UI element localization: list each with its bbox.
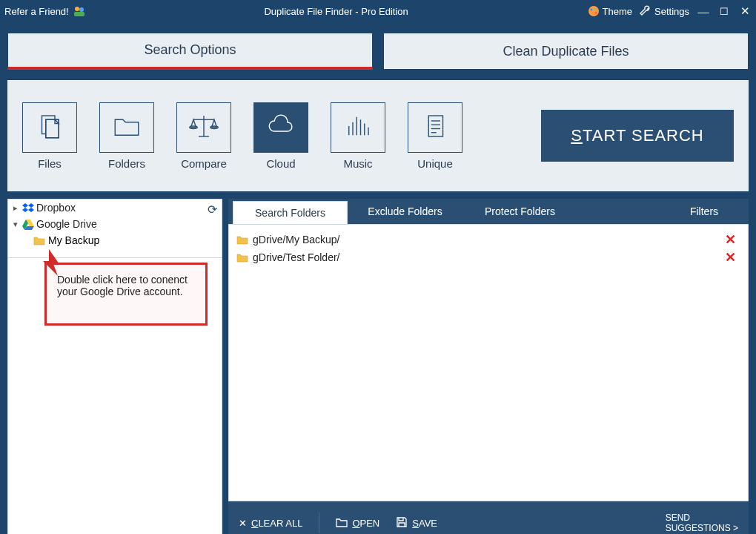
settings-label: Settings (654, 6, 689, 17)
svg-point-3 (588, 6, 599, 16)
folder-item[interactable]: gDrive/My Backup/ ✕ (236, 231, 740, 248)
minimize-button[interactable]: — (697, 5, 710, 18)
save-icon (396, 516, 408, 530)
tool-cloud-label: Cloud (266, 157, 295, 170)
svg-rect-21 (428, 116, 442, 136)
collapse-icon: ▾ (11, 220, 20, 229)
tree-item-label: Google Drive (36, 218, 97, 230)
palette-icon (588, 5, 600, 17)
theme-button[interactable]: Theme (588, 5, 632, 17)
svg-point-4 (590, 9, 592, 11)
tool-music[interactable]: Music (331, 102, 385, 170)
settings-button[interactable]: Settings (640, 5, 689, 17)
theme-label: Theme (603, 6, 632, 17)
equalizer-icon (342, 111, 374, 145)
subtab-filters[interactable]: Filters (660, 199, 749, 224)
callout-box: Double click here to conenct your Google… (44, 263, 208, 326)
tool-folders-label: Folders (108, 157, 145, 170)
refresh-button[interactable]: ⟳ (208, 202, 217, 217)
folder-path: gDrive/My Backup/ (253, 234, 720, 245)
start-search-button[interactable]: START SEARCH (541, 110, 734, 162)
start-mnemonic: S (571, 126, 583, 145)
maximize-button[interactable]: ☐ (717, 6, 731, 17)
document-icon (420, 111, 451, 145)
tool-compare-label: Compare (181, 157, 227, 170)
tool-unique-label: Unique (417, 157, 453, 170)
clear-icon: ✕ (239, 518, 247, 529)
svg-point-5 (594, 8, 596, 10)
tree-item-gdrive[interactable]: ▾ Google Drive (8, 216, 222, 232)
svg-point-6 (594, 12, 597, 14)
app-title: Duplicate File Finder - Pro Edition (90, 6, 583, 17)
tree-item-label: Dropbox (36, 202, 76, 214)
tab-clean-duplicates[interactable]: Clean Duplicate Files (383, 33, 749, 70)
cloud-tree-panel: ⟳ ▸ Dropbox ▾ Google Drive My Backup (7, 199, 222, 534)
wrench-icon (640, 5, 651, 17)
start-label-rest: TART SEARCH (583, 126, 704, 145)
tool-music-label: Music (343, 157, 372, 170)
folder-item[interactable]: gDrive/Test Folder/ ✕ (236, 248, 740, 266)
save-button[interactable]: SAVE (396, 516, 437, 530)
tab-search-options[interactable]: Search Options (7, 33, 373, 70)
content-row: ⟳ ▸ Dropbox ▾ Google Drive My Backup (0, 199, 756, 534)
folder-icon (111, 111, 142, 145)
callout-text: Double click here to conenct your Google… (57, 274, 188, 297)
open-folder-icon (336, 517, 348, 530)
folder-small-icon (236, 234, 248, 245)
bottom-bar: ✕ CLEAR ALL OPEN SAVE SEND SUGGESTIONS > (228, 501, 749, 534)
svg-point-0 (75, 7, 79, 11)
tree-child-label: My Backup (48, 234, 99, 246)
folder-list: gDrive/My Backup/ ✕ gDrive/Test Folder/ … (228, 224, 749, 501)
open-button[interactable]: OPEN (336, 517, 379, 530)
toolbar-panel: Files Folders Compare Cloud Music Unique… (7, 80, 749, 191)
svg-marker-26 (43, 249, 59, 276)
dropbox-icon (22, 202, 34, 214)
right-panel: Search Folders Exclude Folders Protect F… (228, 199, 749, 534)
tool-compare[interactable]: Compare (176, 102, 231, 170)
subtab-search-folders[interactable]: Search Folders (233, 201, 348, 224)
tree-child-folder[interactable]: My Backup (8, 232, 222, 248)
subtab-exclude-folders[interactable]: Exclude Folders (348, 199, 462, 224)
svg-point-1 (79, 7, 84, 12)
tool-files-label: Files (38, 157, 62, 170)
remove-folder-button[interactable]: ✕ (725, 249, 740, 266)
clear-all-button[interactable]: ✕ CLEAR ALL (239, 518, 302, 529)
refer-friend-link[interactable]: Refer a Friend! (4, 6, 69, 17)
folder-small-icon (33, 235, 45, 245)
cloud-icon (265, 111, 296, 145)
tree-item-dropbox[interactable]: ▸ Dropbox (8, 200, 222, 216)
send-suggestions-link[interactable]: SEND SUGGESTIONS > (666, 512, 738, 534)
subtab-protect-folders[interactable]: Protect Folders (462, 199, 577, 224)
svg-rect-8 (46, 119, 59, 138)
folder-path: gDrive/Test Folder/ (253, 251, 720, 263)
tool-unique[interactable]: Unique (408, 102, 462, 170)
titlebar: Refer a Friend! Duplicate File Finder - … (0, 0, 756, 22)
close-button[interactable]: ✕ (738, 4, 752, 18)
svg-rect-2 (74, 12, 84, 16)
remove-folder-button[interactable]: ✕ (725, 231, 740, 248)
folder-subtabs: Search Folders Exclude Folders Protect F… (228, 199, 749, 224)
expand-icon: ▸ (11, 203, 20, 213)
main-tabs: Search Options Clean Duplicate Files (0, 22, 756, 70)
tool-folders[interactable]: Folders (99, 102, 154, 170)
callout-arrow-icon (37, 248, 67, 277)
folder-small-icon (236, 252, 248, 263)
google-drive-icon (22, 218, 34, 230)
tool-cloud[interactable]: Cloud (253, 102, 308, 170)
tool-files[interactable]: Files (22, 102, 77, 170)
friends-icon (73, 5, 85, 17)
scales-icon (188, 111, 219, 145)
files-icon (34, 111, 65, 145)
